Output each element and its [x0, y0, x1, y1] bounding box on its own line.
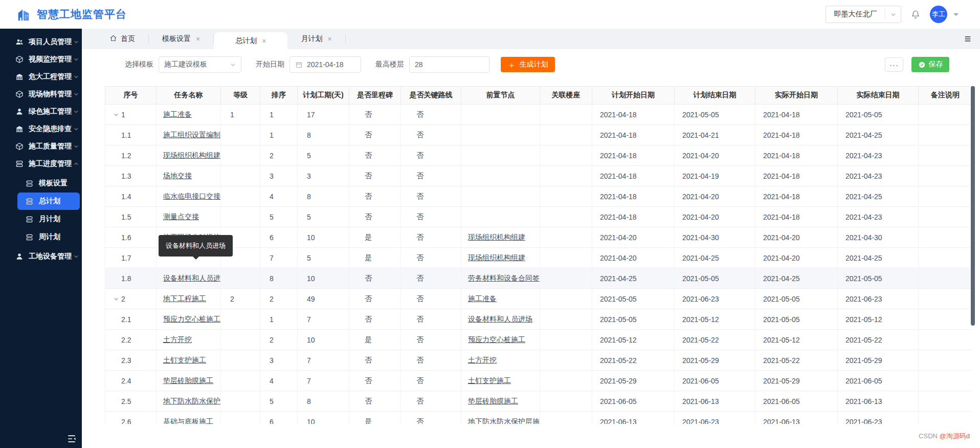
sidebar-item-safety-hazard[interactable]: 安全隐患排查: [0, 120, 82, 138]
prerequisite-link[interactable]: 劳务材料和设备合同签: [468, 274, 540, 282]
prerequisite-link[interactable]: 施工准备: [468, 294, 497, 303]
user-icon: [15, 252, 24, 261]
vertical-scrollbar[interactable]: [971, 86, 975, 326]
sidebar-subitem-month-plan[interactable]: 月计划: [17, 210, 80, 228]
sidebar-subitem-template-settings[interactable]: 模板设置: [17, 175, 80, 192]
collapse-sidebar-icon[interactable]: [66, 434, 77, 444]
seq-cell: 2.4: [105, 371, 157, 391]
plan_end-cell: 2021-04-25: [675, 248, 755, 268]
sidebar-item-dangerous-project[interactable]: 危大工程管理: [0, 68, 82, 86]
prerequisite-link[interactable]: 预应力空心桩施工: [468, 335, 525, 344]
max-floor-label: 最高楼层: [375, 60, 404, 69]
task-cell: 临水临电接口交接: [157, 186, 221, 207]
max-floor-input[interactable]: 28: [409, 56, 489, 73]
table-row[interactable]: 1.5测量点交接55否否2021-04-182021-04-202021-04-…: [105, 207, 972, 227]
template-select[interactable]: 施工建设模板: [159, 56, 241, 73]
sidebar-item-construction-quality[interactable]: 施工质量管理: [0, 138, 82, 155]
table-row[interactable]: 2.4垫层砖胎膜施工47否否土钉支护施工2021-05-292021-06-05…: [105, 371, 972, 391]
table-row[interactable]: 1.2现场组织机构组建25否否2021-04-182021-04-202021-…: [105, 145, 972, 166]
site-selector[interactable]: 即墨大任北厂: [826, 6, 901, 23]
actual_end-cell: 2021-04-23: [838, 207, 919, 227]
plan_end-cell: 2021-06-13: [675, 391, 755, 412]
task-link[interactable]: 基础与底板施工: [163, 417, 213, 424]
plan_start-cell: 2021-04-18: [592, 125, 675, 145]
task-link[interactable]: 地下防水防水保护层: [163, 397, 221, 405]
tab-template-settings[interactable]: 模板设置×: [149, 29, 213, 49]
tab-month-plan[interactable]: 月计划×: [287, 29, 345, 49]
start-date-input[interactable]: 2021-04-18: [289, 56, 361, 73]
task-link[interactable]: 垫层砖胎膜施工: [163, 376, 213, 385]
table-row[interactable]: 2.2土方开挖210是否预应力空心桩施工2021-05-122021-05-22…: [105, 330, 972, 350]
duration-cell: 5: [298, 207, 349, 227]
avatar[interactable]: 李工: [930, 6, 947, 23]
expand-caret-icon[interactable]: [114, 296, 119, 302]
close-icon[interactable]: ×: [196, 35, 200, 42]
sidebar-item-construction-progress[interactable]: 施工进度管理: [0, 155, 82, 173]
prerequisite-link[interactable]: 土方开挖: [468, 356, 497, 364]
prerequisite-link[interactable]: 垫层砖胎膜施工: [468, 397, 518, 405]
prerequisite-link[interactable]: 现场组织机构组建: [468, 233, 525, 241]
save-button[interactable]: 保存: [911, 57, 949, 72]
user-chevron-down-icon[interactable]: [953, 13, 959, 18]
table-row[interactable]: 1施工准备1117否否2021-04-182021-05-052021-04-1…: [105, 104, 972, 125]
prerequisite-link[interactable]: 地下防水防水保护层施: [468, 417, 540, 424]
building-cell: [540, 125, 592, 145]
sidebar-item-site-equipment[interactable]: 工地设备管理: [0, 248, 82, 265]
actual_end-cell: 2021-04-30: [838, 227, 919, 248]
table-row[interactable]: 1.775是否现场组织机构组建2021-04-202021-04-252021-…: [105, 248, 972, 268]
milestone-cell: 否: [349, 186, 401, 207]
sidebar-item-label: 现场物料管理: [29, 90, 72, 99]
actual_start-cell: 2021-05-22: [755, 350, 838, 371]
bell-icon[interactable]: [910, 9, 921, 19]
building-cell: [540, 350, 592, 371]
task-link[interactable]: 临水临电接口交接: [163, 192, 220, 200]
task-link[interactable]: 场地交接: [163, 172, 192, 180]
sidebar-item-green-construction[interactable]: 绿色施工管理: [0, 103, 82, 120]
table-row[interactable]: 2地下工程施工2249否否施工准备2021-05-052021-06-23202…: [105, 289, 972, 309]
task-link[interactable]: 施工组织设置编制: [163, 131, 220, 139]
task-link[interactable]: 预应力空心桩施工: [163, 315, 220, 323]
sidebar-subitem-week-plan[interactable]: 周计划: [17, 228, 80, 246]
sidebar-item-project-staff[interactable]: 项目人员管理: [0, 33, 82, 51]
close-icon[interactable]: ×: [262, 37, 266, 45]
table-row[interactable]: 2.3土钉支护施工37否否土方开挖2021-05-222021-05-29202…: [105, 350, 972, 371]
prerequisite-link[interactable]: 现场组织机构组建: [468, 253, 525, 262]
table-row[interactable]: 1.4临水临电接口交接48否否2021-04-182021-04-202021-…: [105, 186, 972, 207]
task-link[interactable]: 地下工程施工: [163, 294, 206, 303]
table-row[interactable]: 2.1预应力空心桩施工17否否设备材料和人员进场2021-05-052021-0…: [105, 309, 972, 330]
sidebar-subitem-master-plan[interactable]: 总计划: [17, 193, 80, 210]
expand-caret-icon[interactable]: [114, 112, 119, 117]
tab-label: 总计划: [235, 36, 257, 46]
table-row[interactable]: 1.3场地交接33否否2021-04-182021-04-192021-04-1…: [105, 166, 972, 186]
table-row[interactable]: 2.5地下防水防水保护层58否否垫层砖胎膜施工2021-06-052021-06…: [105, 391, 972, 412]
tab-home[interactable]: 首页: [96, 29, 148, 49]
task-link[interactable]: 现场组织机构组建: [163, 151, 220, 159]
prerequisite-cell: 施工准备: [461, 289, 540, 309]
task-link[interactable]: 土方开挖: [163, 335, 192, 344]
home-icon: [109, 34, 117, 44]
critical-cell: 否: [401, 412, 461, 424]
tab-master-plan[interactable]: 总计划×: [214, 32, 287, 49]
prerequisite-link[interactable]: 设备材料和人员进场: [468, 315, 532, 323]
prerequisite-link[interactable]: 土钉支护施工: [468, 376, 511, 385]
sidebar-item-video-monitor[interactable]: 视频监控管理: [0, 51, 82, 68]
order-cell: 4: [260, 371, 298, 391]
table-row[interactable]: 1.1施工组织设置编制18否否2021-04-182021-04-212021-…: [105, 125, 972, 145]
users-icon: [15, 38, 24, 46]
task-link[interactable]: 测量点交接: [163, 212, 199, 221]
sidebar-item-site-material[interactable]: 现场物料管理: [0, 86, 82, 103]
tab-list-menu-icon[interactable]: [964, 35, 972, 43]
table-row[interactable]: 1.6施工现场临时设施搭610是否现场组织机构组建2021-04-202021-…: [105, 227, 972, 248]
prerequisite-cell: 现场组织机构组建: [461, 248, 540, 268]
plan_end-cell: 2021-06-23: [675, 412, 755, 424]
task-link[interactable]: 土钉支护施工: [163, 356, 206, 364]
table-row[interactable]: 1.8设备材料和人员进场810否否劳务材料和设备合同签2021-04-25202…: [105, 268, 972, 289]
table-row[interactable]: 2.6基础与底板施工610是否地下防水防水保护层施2021-06-132021-…: [105, 412, 972, 424]
close-icon[interactable]: ×: [327, 35, 331, 42]
column-header: 前置节点: [461, 87, 540, 104]
task-link[interactable]: 施工准备: [163, 110, 192, 118]
generate-plan-button[interactable]: ＋ 生成计划: [501, 57, 555, 72]
more-button[interactable]: ···: [885, 57, 903, 72]
column-header: 实际结束日期: [838, 87, 919, 104]
task-link[interactable]: 设备材料和人员进场: [163, 274, 221, 282]
